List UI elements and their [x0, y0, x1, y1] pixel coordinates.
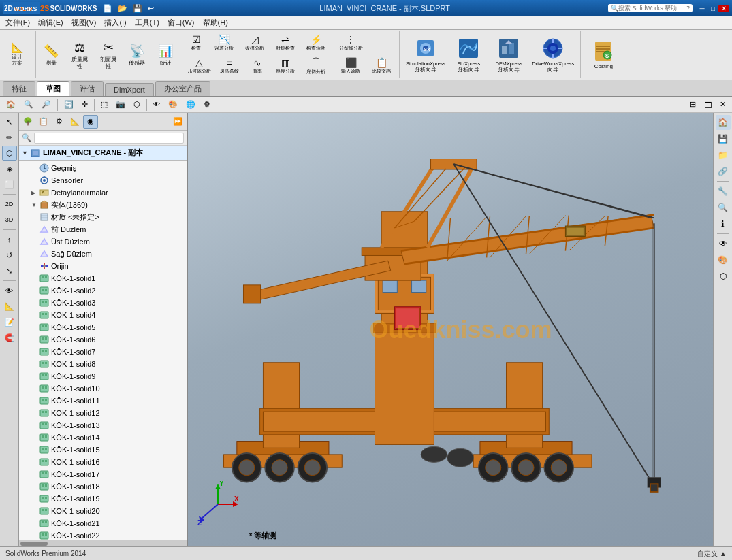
- menu-help[interactable]: 帮助(H): [199, 16, 232, 29]
- simulation-xpress-button[interactable]: Sx SimulationXpress分析向导: [404, 32, 447, 78]
- list-item[interactable]: KÖK-1-solid5: [20, 321, 185, 333]
- geom-button[interactable]: △ 几何体分析: [184, 56, 214, 76]
- measure-button[interactable]: 📏 测量: [37, 32, 65, 78]
- tangent-button[interactable]: ⌒ 底切分析: [301, 56, 331, 76]
- zoom-out-btn[interactable]: 🔎: [38, 99, 54, 110]
- rt-btn-save[interactable]: 💾: [716, 131, 731, 146]
- root-expand-icon[interactable]: ▼: [22, 150, 30, 157]
- zebra-button[interactable]: ≡ 斑马条纹: [214, 56, 244, 76]
- list-item[interactable]: KÖK-1-solid20: [20, 505, 185, 517]
- zoom-in-btn[interactable]: 🔍: [20, 99, 37, 110]
- deviation-button[interactable]: 📉 误差分析: [209, 33, 239, 53]
- minimize-button[interactable]: ─: [697, 5, 707, 12]
- statistics-button[interactable]: 📊 统计: [152, 32, 179, 78]
- left-icon-surface[interactable]: ◈: [2, 161, 17, 176]
- new-button[interactable]: 📄: [101, 4, 114, 13]
- split-view-btn[interactable]: ⊞: [686, 99, 699, 110]
- tab-dimxpert[interactable]: DimXpert: [105, 83, 154, 96]
- rt-btn-folder[interactable]: 📁: [716, 148, 731, 163]
- stb-display-btn[interactable]: ◉: [83, 115, 98, 129]
- open-button[interactable]: 📂: [116, 4, 129, 13]
- left-icon-sketch[interactable]: ✏: [2, 130, 17, 145]
- list-item[interactable]: KÖK-1-solid10: [20, 382, 185, 395]
- list-item[interactable]: ▶ A Detaylandırmalar: [20, 186, 185, 199]
- list-item[interactable]: KÖK-1-solid15: [20, 444, 185, 456]
- left-icon-note[interactable]: 📝: [2, 314, 17, 329]
- list-item[interactable]: Sağ Düzlem: [20, 248, 185, 260]
- left-icon-rotate[interactable]: ↺: [2, 248, 17, 263]
- list-item[interactable]: KÖK-1-solid2: [20, 284, 185, 297]
- rt-btn-view[interactable]: 👁: [716, 236, 731, 251]
- save-button[interactable]: 💾: [131, 4, 144, 13]
- list-item[interactable]: KÖK-1-solid17: [20, 468, 185, 480]
- tab-evaluate[interactable]: 评估: [71, 81, 104, 96]
- driveworks-button[interactable]: DriveWorksXpress向导: [530, 32, 576, 78]
- menu-view[interactable]: 视图(V): [67, 16, 101, 29]
- menu-insert[interactable]: 插入(I): [100, 16, 130, 29]
- stb-property-btn[interactable]: 📋: [36, 115, 51, 129]
- list-item[interactable]: KÖK-1-solid7: [20, 346, 185, 358]
- left-icon-snap[interactable]: 🧲: [2, 330, 17, 345]
- tab-office[interactable]: 办公室产品: [155, 81, 210, 96]
- list-item[interactable]: KÖK-1-solid16: [20, 456, 185, 468]
- list-item[interactable]: Geçmiş: [20, 162, 185, 174]
- rt-btn-search[interactable]: 🔍: [716, 200, 731, 215]
- close-button[interactable]: ✕: [718, 5, 729, 12]
- list-item[interactable]: KÖK-1-solid22: [20, 529, 185, 540]
- statusbar-right[interactable]: 自定义 ▲: [697, 549, 727, 559]
- close-viewport-btn[interactable]: ✕: [716, 99, 729, 110]
- undo-button[interactable]: ↩: [146, 4, 156, 13]
- list-item[interactable]: KÖK-1-solid8: [20, 358, 185, 370]
- section-button[interactable]: ✂ 剖面属性: [95, 32, 122, 78]
- rotate-btn[interactable]: 🔄: [61, 99, 77, 110]
- left-icon-measure2[interactable]: 📐: [2, 299, 17, 314]
- left-icon-move[interactable]: ↕: [2, 232, 17, 247]
- rt-btn-link[interactable]: 🔗: [716, 164, 731, 179]
- left-icon-feature[interactable]: ⬡: [2, 146, 17, 161]
- compare-doc-button[interactable]: 📋 比较文档: [366, 56, 396, 76]
- list-item[interactable]: Sensörler: [20, 174, 185, 186]
- stb-expand-btn[interactable]: ⏩: [170, 115, 185, 129]
- tab-sketch[interactable]: 草图: [37, 81, 69, 96]
- list-item[interactable]: KÖK-1-solid12: [20, 407, 185, 419]
- left-icon-3d[interactable]: 3D: [2, 212, 17, 227]
- list-item[interactable]: KÖK-1-solid13: [20, 419, 185, 431]
- display-style-btn[interactable]: ⬡: [130, 99, 144, 110]
- stb-feature-btn[interactable]: 🌳: [20, 115, 35, 129]
- settings-btn[interactable]: ⚙: [200, 99, 214, 110]
- list-item[interactable]: KÖK-1-solid11: [20, 395, 185, 407]
- menu-file[interactable]: 文件(F): [1, 16, 34, 29]
- dfmxpress-button[interactable]: DFMXpress分析向导: [490, 32, 528, 78]
- list-item[interactable]: Orijin: [20, 260, 185, 272]
- camera-btn[interactable]: 📷: [112, 99, 129, 110]
- curvature-button[interactable]: ∿ 曲率: [245, 56, 270, 76]
- stb-config-btn[interactable]: ⚙: [52, 115, 67, 129]
- viewport[interactable]: Ouedkniss.com Y X Z: [188, 113, 713, 546]
- left-icon-sheet[interactable]: ⬜: [2, 177, 17, 192]
- rt-btn-material[interactable]: 🎨: [716, 252, 731, 267]
- list-item[interactable]: KÖK-1-solid18: [20, 480, 185, 493]
- list-item[interactable]: KÖK-1-solid3: [20, 297, 185, 309]
- sensor-button[interactable]: 📡 传感器: [123, 32, 150, 78]
- rt-btn-wrench[interactable]: 🔧: [716, 184, 731, 199]
- floworks-button[interactable]: FloXpress分析向导: [449, 32, 488, 78]
- list-item[interactable]: KÖK-1-solid6: [20, 333, 185, 346]
- menu-edit[interactable]: 编辑(E): [34, 16, 67, 29]
- zoom-to-fit-btn[interactable]: 🏠: [3, 99, 19, 110]
- list-item[interactable]: 前 Düzlem: [20, 223, 185, 235]
- tab-features[interactable]: 特征: [3, 81, 35, 96]
- left-icon-view[interactable]: 👁: [2, 283, 17, 298]
- new-viewport-btn[interactable]: 🗖: [701, 99, 715, 110]
- draft-button[interactable]: ◿ 拔模分析: [240, 33, 270, 53]
- active-check-button[interactable]: ⚡ 检查活动: [301, 33, 331, 53]
- appearance-btn[interactable]: 🎨: [165, 99, 181, 110]
- split-button[interactable]: ⋮ 分型线分析: [336, 33, 366, 53]
- costing-button[interactable]: $ Costing: [586, 32, 620, 78]
- mass-props-button[interactable]: ⚖ 质量属性: [66, 32, 93, 78]
- rt-btn-info[interactable]: ℹ: [716, 216, 731, 231]
- stb-dim-btn[interactable]: 📐: [67, 115, 82, 129]
- rt-btn-home[interactable]: 🏠: [716, 115, 731, 130]
- list-item[interactable]: KÖK-1-solid14: [20, 431, 185, 444]
- list-item[interactable]: 材质 <未指定>: [20, 211, 185, 223]
- sym-button[interactable]: ⇌ 对称检查: [270, 33, 300, 53]
